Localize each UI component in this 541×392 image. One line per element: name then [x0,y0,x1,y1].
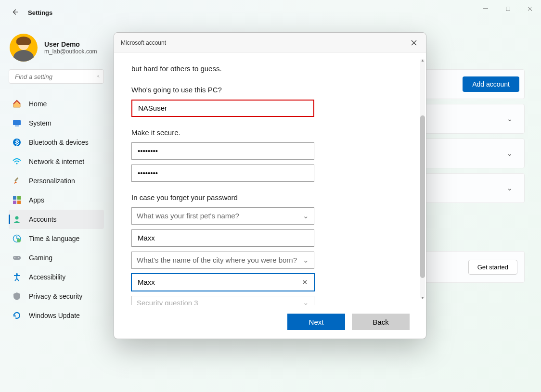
dialog-close-button[interactable] [405,36,423,50]
nav-label: Apps [29,196,44,204]
password-field[interactable] [131,142,314,160]
svg-point-17 [14,257,15,258]
search-input[interactable] [9,69,104,84]
nav-apps[interactable]: Apps [9,190,104,210]
password-input[interactable] [137,146,309,155]
nav-label: Bluetooth & devices [29,139,89,146]
svg-point-15 [17,239,21,242]
dialog-scrollbar-thumb[interactable] [420,115,425,278]
nav-label: Network & internet [29,158,84,165]
security-question-3-dropdown[interactable]: Security question 3 ⌄ [131,296,314,305]
dialog-title: Microsoft account [121,39,166,46]
svg-rect-8 [14,177,18,182]
back-button[interactable]: Back [352,314,410,330]
username-field[interactable] [131,100,314,117]
home-icon [13,100,21,108]
username-label: Who's going to use this PC? [131,86,407,94]
next-button[interactable]: Next [287,314,345,330]
confirm-password-input[interactable] [137,168,309,177]
system-icon [13,119,21,127]
svg-rect-1 [506,7,510,11]
accounts-icon [13,215,21,224]
clear-input-button[interactable]: ✕ [301,278,309,287]
search-icon [97,73,100,80]
nav-accessibility[interactable]: Accessibility [9,267,104,287]
user-email: m_lab@outlook.com [44,48,97,55]
chevron-down-icon: ⌄ [507,184,513,192]
nav-label: Windows Update [29,312,80,319]
header: Settings [12,9,52,17]
svg-point-19 [16,273,18,275]
confirm-password-field[interactable] [131,164,314,182]
back-button[interactable] [12,9,18,17]
nav-label: Gaming [29,254,52,262]
username-input[interactable] [137,103,309,113]
svg-point-2 [98,76,99,77]
nav-label: Privacy & security [29,292,82,300]
dialog-intro-text: but hard for others to guess. [131,63,407,74]
add-account-button[interactable]: Add account [463,76,519,92]
chevron-down-icon: ⌄ [507,115,513,123]
user-card[interactable]: User Demo m_lab@outlook.com [10,34,97,62]
svg-rect-16 [13,256,21,260]
security-question-1-dropdown[interactable]: What was your first pet's name? ⌄ [131,207,314,225]
svg-rect-5 [15,126,19,126]
svg-rect-10 [17,196,21,200]
password-label: Make it secure. [131,128,407,137]
scroll-down-icon[interactable]: ▼ [420,295,425,300]
nav-network[interactable]: Network & internet [9,152,104,171]
window-maximize-button[interactable] [497,0,519,17]
svg-rect-9 [13,196,16,200]
nav-personalization[interactable]: Personalization [9,171,104,190]
wifi-icon [13,157,21,166]
shield-icon [13,292,21,301]
update-icon [13,311,21,320]
nav-label: Accounts [29,215,57,223]
svg-rect-4 [13,120,21,125]
bluetooth-icon [13,138,21,147]
nav-label: System [29,119,52,127]
security-question-1-text: What was your first pet's name? [137,212,239,220]
nav-label: Home [29,100,47,108]
nav-home[interactable]: Home [9,94,104,114]
svg-point-7 [16,163,17,164]
get-started-button[interactable]: Get started [468,260,517,275]
window-close-button[interactable] [519,0,541,17]
window-controls [475,0,541,17]
security-question-2-dropdown[interactable]: What's the name of the city where you we… [131,252,314,269]
chevron-down-icon: ⌄ [303,256,309,265]
svg-rect-11 [13,201,16,204]
nav-bluetooth[interactable]: Bluetooth & devices [9,133,104,152]
paintbrush-icon [13,177,21,185]
nav-label: Accessibility [29,273,65,281]
user-name: User Demo [44,40,97,48]
nav-system[interactable]: System [9,114,104,133]
nav-label: Personalization [29,177,75,185]
chevron-down-icon: ⌄ [303,298,309,305]
nav-time-language[interactable]: Time & language [9,229,104,248]
app-title: Settings [28,9,52,16]
security-answer-2-field[interactable]: ✕ [131,274,314,291]
svg-point-13 [15,216,19,220]
window-minimize-button[interactable] [475,0,497,17]
nav-gaming[interactable]: Gaming [9,248,104,267]
chevron-down-icon: ⌄ [507,150,513,157]
svg-rect-12 [17,201,21,204]
security-answer-1-field[interactable] [131,229,314,247]
accessibility-icon [13,273,21,281]
security-question-2-text: What's the name of the city where you we… [137,256,297,264]
chevron-down-icon: ⌄ [303,212,309,220]
avatar [10,34,38,62]
nav-windows-update[interactable]: Windows Update [9,306,104,325]
dialog-header: Microsoft account [114,33,426,53]
search-input-field[interactable] [14,73,97,81]
security-question-3-text: Security question 3 [137,299,198,305]
scroll-up-icon[interactable]: ▲ [420,58,425,63]
nav-privacy[interactable]: Privacy & security [9,287,104,306]
nav-accounts[interactable]: Accounts [9,210,104,229]
security-answer-1-input[interactable] [137,233,309,242]
security-answer-2-input[interactable] [137,278,301,287]
gaming-icon [13,253,21,262]
nav-label: Time & language [29,235,79,242]
svg-point-18 [18,257,19,258]
